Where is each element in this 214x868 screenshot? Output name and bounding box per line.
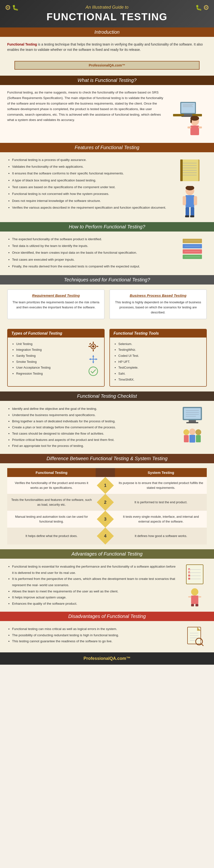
table-row: Manual testing and automation tools can …	[7, 511, 207, 528]
howto-section: The expected functionality of the softwa…	[0, 231, 214, 275]
svg-marker-50	[92, 362, 94, 364]
types-list: Unit Testing Integration Testing Sanity …	[11, 341, 84, 377]
diff-num-header	[96, 468, 115, 477]
svg-rect-30	[190, 215, 194, 217]
checklist-icon	[185, 563, 204, 585]
list-item: Find an appropriate tool for the process…	[12, 443, 173, 449]
svg-rect-82	[195, 604, 198, 607]
list-item: A type of black box testing and specific…	[12, 178, 168, 183]
features-image	[173, 157, 207, 217]
list-item: Selenium.	[118, 341, 203, 347]
list-item: Test cases are executed with proper inpu…	[12, 257, 173, 262]
types-box: Types of Functional Testing Unit Testing…	[7, 329, 104, 387]
list-item: Coded UI Test.	[118, 353, 203, 359]
list-item: HP UFT.	[118, 359, 203, 365]
disadvantages-image	[183, 626, 207, 648]
professionalqa-banner: ProfessionalQA.com™	[14, 61, 200, 70]
svg-rect-11	[198, 126, 202, 128]
diff-diamond-2: 3	[99, 513, 111, 525]
disadvantages-section: Functional testing can miss critical as …	[0, 621, 214, 652]
list-item: Integration Testing	[16, 347, 84, 353]
list-item: TimeShiftX.	[118, 377, 203, 383]
svg-rect-67	[196, 435, 201, 442]
person-standing-illustration	[180, 186, 200, 217]
svg-rect-16	[180, 159, 183, 181]
settings-icon	[88, 341, 99, 352]
technique-card-text-1: This testing is highly dependent on the …	[114, 300, 203, 315]
features-section-header: Features of Functional Testing	[0, 143, 214, 152]
diff-left-3: It helps define what the product does.	[7, 528, 96, 545]
difference-section: Functional Testing System Testing Verifi…	[0, 463, 214, 549]
svg-rect-46	[89, 343, 91, 344]
list-item: It ensures that the software conforms to…	[12, 170, 168, 176]
intro-bold: Functional Testing	[7, 42, 37, 46]
svg-rect-25	[183, 196, 186, 205]
diff-diamond-3: 4	[99, 530, 111, 542]
technique-card-text-0: The team prioritizes the requirements ba…	[11, 300, 100, 310]
list-item: Does not require internal knowledge of t…	[12, 198, 168, 204]
svg-rect-24	[186, 195, 194, 207]
svg-point-64	[189, 429, 195, 435]
technique-card-1: Business Process Based Testing This test…	[110, 289, 207, 319]
list-item: Allows the team to meet the requirements…	[12, 588, 178, 595]
svg-point-62	[183, 429, 189, 435]
diff-right-1: It is performed to test the end product.	[115, 494, 207, 511]
tools-box-header: Functional Testing Tools	[110, 329, 206, 338]
advantages-section: Functional testing is essential for eval…	[0, 559, 214, 612]
svg-rect-68	[186, 565, 203, 584]
what-is-text: Functional testing, as the name suggests…	[7, 90, 163, 123]
diff-left-2: Manual testing and automation tools can …	[7, 511, 96, 528]
features-items: Functional testing is a process of quali…	[7, 157, 168, 211]
svg-rect-80	[198, 596, 201, 597]
footer: ProfessionalQA.com™	[0, 652, 214, 665]
features-list: Functional testing is a process of quali…	[7, 157, 168, 212]
disadvantages-list: Functional testing can miss critical as …	[7, 626, 178, 645]
list-item: The expected functionality of the softwa…	[12, 236, 173, 242]
techniques-section-header: Techniques used for Functional Testing?	[0, 275, 214, 284]
tools-box: Functional Testing Tools Selenium. Testi…	[110, 329, 207, 387]
list-item: Smoke Testing	[16, 359, 84, 365]
types-tools-section: Types of Functional Testing Unit Testing…	[0, 324, 214, 392]
svg-rect-26	[194, 196, 197, 205]
svg-rect-63	[184, 435, 189, 442]
diff-right-3: It defines how good a software works.	[115, 528, 207, 545]
list-item: Functional testing is a process of quali…	[12, 157, 168, 163]
howto-image	[178, 236, 207, 265]
page-header: ⚙ 🐛 🐛 ⚙ An Illustrated Guide to FUNCTION…	[0, 0, 214, 28]
svg-rect-81	[191, 604, 194, 607]
checklist-section: Identify and define the objective and th…	[0, 401, 214, 454]
howto-items: The expected functionality of the softwa…	[7, 236, 173, 269]
diff-col1-header: Functional Testing	[7, 468, 96, 477]
list-item: Functional testing is essential for eval…	[12, 563, 178, 576]
list-item: Prioritize critical features and aspects…	[12, 437, 173, 443]
svg-marker-51	[89, 358, 91, 360]
svg-rect-13	[190, 119, 192, 123]
list-item: It is performed from the perspective of …	[12, 576, 178, 588]
bug-icon-left: 🐛	[12, 5, 19, 11]
diff-left-1: Tests the functionalities and features o…	[7, 494, 96, 511]
what-is-image	[168, 90, 207, 138]
svg-rect-76	[188, 578, 190, 580]
checklist-image	[178, 406, 207, 444]
svg-rect-44	[88, 346, 90, 347]
svg-rect-10	[187, 126, 191, 128]
book-illustration	[178, 157, 202, 184]
intro-section: Functional Testing is a testing techniqu…	[0, 37, 214, 57]
list-item: Regression Testing	[16, 371, 84, 377]
svg-marker-49	[92, 355, 94, 357]
advantages-list: Functional testing is essential for eval…	[7, 563, 178, 607]
technique-card-0: Requirement Based Testing The team prior…	[7, 289, 104, 319]
svg-point-77	[191, 588, 198, 595]
svg-point-91	[197, 640, 201, 644]
howto-list: The expected functionality of the softwa…	[7, 236, 173, 270]
list-item: Sanity Testing	[16, 353, 84, 359]
svg-point-66	[195, 429, 201, 435]
svg-rect-75	[188, 575, 190, 577]
monitor-icon	[181, 406, 203, 425]
gear-icon-left: ⚙	[5, 4, 11, 11]
list-item: Test cases are based on the specificatio…	[12, 184, 168, 190]
list-item: Validates the functionality of the web a…	[12, 164, 168, 169]
types-icons	[86, 341, 100, 377]
svg-rect-2	[184, 114, 192, 116]
svg-rect-9	[190, 125, 199, 135]
